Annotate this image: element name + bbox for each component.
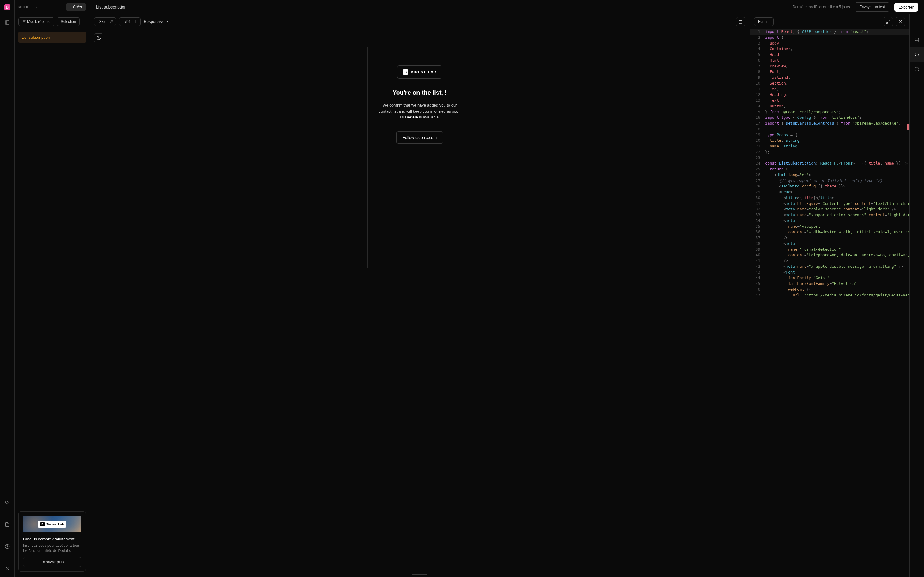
height-label: H <box>135 20 137 24</box>
email-brand-logo: B BIREME LAB <box>397 65 443 79</box>
code-line[interactable]: 14 Button, <box>750 103 909 109</box>
code-line[interactable]: 12 Heading, <box>750 92 909 98</box>
svg-rect-0 <box>5 21 9 24</box>
code-line[interactable]: 15} from "@react-email/components"; <box>750 109 909 115</box>
code-line[interactable]: 13 Text, <box>750 98 909 103</box>
code-line[interactable]: 4 Container, <box>750 46 909 52</box>
code-line[interactable]: 31 <meta httpEquiv="Content-Type" conten… <box>750 201 909 207</box>
code-line[interactable]: 23 <box>750 155 909 161</box>
preview-panel: W H Responsive ▾ <box>90 15 750 577</box>
code-icon[interactable] <box>909 47 924 62</box>
height-input[interactable] <box>123 19 132 24</box>
left-icon-rail: D <box>0 0 15 577</box>
code-line[interactable]: 30 <title>{title}</title> <box>750 195 909 201</box>
code-line[interactable]: 38 <meta <box>750 241 909 247</box>
error-marker <box>908 124 909 130</box>
code-line[interactable]: 20 title: string; <box>750 138 909 143</box>
code-line[interactable]: 33 <meta name="supported-color-schemes" … <box>750 212 909 218</box>
code-line[interactable]: 45 fallbackFontFamily="Helvetica" <box>750 281 909 287</box>
sidebar-item-list-subscription[interactable]: List subscription <box>18 32 86 43</box>
code-line[interactable]: 35 name="viewport" <box>750 224 909 230</box>
code-line[interactable]: 40 content="telephone=no, date=no, addre… <box>750 252 909 258</box>
code-line[interactable]: 8 Font, <box>750 69 909 75</box>
width-label: W <box>110 20 113 24</box>
device-frame-button[interactable] <box>736 17 745 26</box>
device-selector[interactable]: Responsive ▾ <box>144 19 168 24</box>
promo-description: Inscrivez-vous pour accéder à tous les f… <box>23 543 81 553</box>
user-icon[interactable] <box>4 565 11 572</box>
code-line[interactable]: 46 webFont={{ <box>750 287 909 292</box>
send-test-button[interactable]: Envoyer un test <box>855 2 889 11</box>
code-line[interactable]: 10 Section, <box>750 81 909 86</box>
svg-rect-5 <box>739 20 743 24</box>
tab-selection[interactable]: Sélection <box>57 18 80 26</box>
email-title: You're on the list, ! <box>393 89 447 96</box>
code-line[interactable]: 29 <Head> <box>750 189 909 195</box>
database-icon[interactable] <box>909 33 924 47</box>
code-line[interactable]: 5 Head, <box>750 52 909 58</box>
chevron-down-icon: ▾ <box>166 19 168 24</box>
sidebar: MODÈLES + Créer Modif. récente Sélection… <box>15 0 90 577</box>
svg-point-4 <box>6 567 8 569</box>
tab-recent[interactable]: Modif. récente <box>18 18 54 26</box>
code-line[interactable]: 18 <box>750 126 909 132</box>
tag-icon[interactable] <box>4 499 11 506</box>
code-line[interactable]: 43 <Font <box>750 269 909 276</box>
theme-toggle-button[interactable] <box>94 33 103 42</box>
plus-icon: + <box>69 5 72 9</box>
format-button[interactable]: Format <box>754 18 774 26</box>
code-line[interactable]: 17import { setupVariableControls } from … <box>750 121 909 126</box>
code-line[interactable]: 41 /> <box>750 258 909 264</box>
info-icon[interactable] <box>909 62 924 77</box>
code-line[interactable]: 26 <Html lang="en"> <box>750 172 909 178</box>
code-line[interactable]: 16import type { Config } from "tailwindc… <box>750 115 909 121</box>
promo-title: Crée un compte gratuitement <box>23 537 81 541</box>
code-line[interactable]: 34 <meta <box>750 218 909 224</box>
code-line[interactable]: 28 <Tailwind config={{ theme }}> <box>750 184 909 189</box>
code-line[interactable]: 22}; <box>750 149 909 155</box>
promo-image: B Bireme Lab <box>23 516 81 532</box>
topbar: List subscription Dernière modification … <box>90 0 924 15</box>
preview-viewport[interactable]: B BIREME LAB You're on the list, ! We co… <box>90 47 750 572</box>
export-button[interactable]: Exporter <box>894 3 918 11</box>
code-line[interactable]: 21 name: string <box>750 143 909 149</box>
promo-cta-button[interactable]: En savoir plus <box>23 557 81 567</box>
code-line[interactable]: 19type Props = { <box>750 132 909 138</box>
app-logo[interactable]: D <box>4 4 10 10</box>
code-line[interactable]: 39 name="format-detection" <box>750 247 909 253</box>
code-line[interactable]: 2import { <box>750 35 909 40</box>
code-line[interactable]: 7 Preview, <box>750 63 909 69</box>
right-icon-rail <box>909 15 924 577</box>
code-line[interactable]: 3 Body, <box>750 40 909 47</box>
document-icon[interactable] <box>4 521 11 528</box>
svg-line-7 <box>888 20 890 21</box>
help-icon[interactable] <box>4 543 11 550</box>
width-input[interactable] <box>97 19 107 24</box>
code-line[interactable]: 6 Html, <box>750 58 909 63</box>
email-preview-frame: B BIREME LAB You're on the list, ! We co… <box>367 47 472 268</box>
code-line[interactable]: 37 /> <box>750 235 909 241</box>
code-line[interactable]: 24const ListSubscription: React.FC<Props… <box>750 161 909 166</box>
code-line[interactable]: 9 Tailwind, <box>750 75 909 81</box>
sidebar-section-label: MODÈLES <box>18 5 37 9</box>
code-editor[interactable]: 1import React, { CSSProperties } from "r… <box>750 29 909 577</box>
code-line[interactable]: 27 {/* @ts-expect-error Tailwind config … <box>750 178 909 184</box>
create-button[interactable]: + Créer <box>66 3 86 11</box>
horizontal-scrollbar[interactable] <box>412 574 428 575</box>
code-line[interactable]: 36 content="width=device-width, initial-… <box>750 229 909 235</box>
code-line[interactable]: 44 fontFamily="Geist" <box>750 275 909 281</box>
code-line[interactable]: 11 Img, <box>750 86 909 92</box>
width-input-wrap: W <box>94 18 116 26</box>
panel-toggle-icon[interactable] <box>4 19 11 26</box>
height-input-wrap: H <box>119 18 141 26</box>
code-line[interactable]: 42 <meta name="x-apple-disable-message-r… <box>750 264 909 269</box>
code-line[interactable]: 32 <meta name="color-scheme" content="li… <box>750 206 909 212</box>
email-body: We confirm that we have added you to our… <box>377 102 463 120</box>
code-line[interactable]: 47 url: "https://media.bireme.io/fonts/g… <box>750 292 909 298</box>
email-cta-button[interactable]: Follow us on x.com <box>396 131 443 144</box>
code-line[interactable]: 25 return ( <box>750 166 909 172</box>
expand-button[interactable] <box>884 17 893 26</box>
code-line[interactable]: 1import React, { CSSProperties } from "r… <box>750 29 909 35</box>
svg-point-11 <box>915 38 919 39</box>
close-button[interactable] <box>896 17 905 26</box>
